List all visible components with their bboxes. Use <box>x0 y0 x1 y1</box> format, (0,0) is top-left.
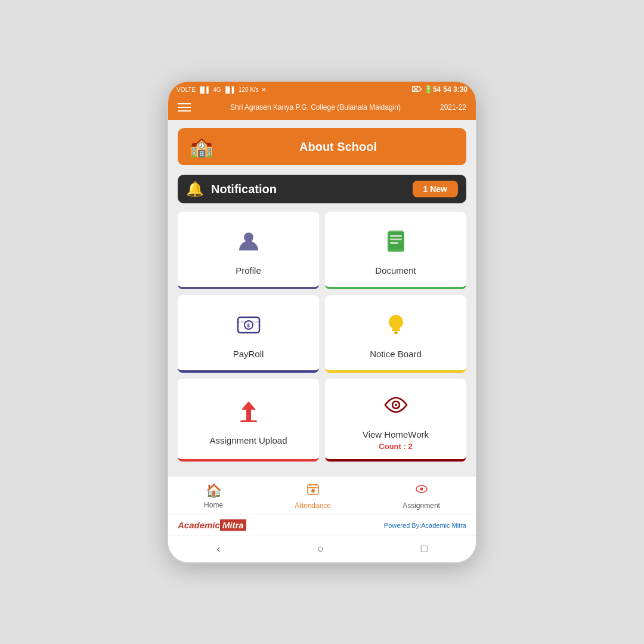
assignment-nav-icon <box>415 482 428 499</box>
profile-icon <box>236 228 262 259</box>
noticeboard-icon <box>383 311 409 343</box>
about-school-label: About School <box>222 140 454 154</box>
profile-label: Profile <box>236 265 261 275</box>
document-label: Document <box>375 265 416 275</box>
svg-rect-12 <box>240 420 257 422</box>
homework-count: Count : 2 <box>379 442 412 451</box>
view-homework-tile[interactable]: View HomeWork Count : 2 <box>325 379 466 462</box>
svg-rect-9 <box>238 321 259 323</box>
svg-rect-5 <box>389 230 403 249</box>
android-nav: ‹ ○ □ <box>168 535 476 562</box>
hamburger-menu[interactable] <box>178 103 191 112</box>
notification-label: Notification <box>211 182 413 196</box>
svg-point-14 <box>395 404 397 406</box>
svg-rect-10 <box>394 332 398 334</box>
payroll-tile[interactable]: $ PayRoll <box>178 295 319 373</box>
status-left: VOLTE ▐▌▌ 4G ▐▌▌ 120 K/s ✕ <box>177 86 266 93</box>
footer: AcademicMitra Powered By:Academic Mitra <box>168 515 476 535</box>
time-text: 54 3:30 <box>443 85 467 94</box>
svg-point-16 <box>311 489 315 493</box>
nav-year: 2021-22 <box>440 103 466 112</box>
svg-point-0 <box>244 233 253 242</box>
signal-text: VOLTE <box>177 86 196 93</box>
attendance-nav-label: Attendance <box>295 501 331 510</box>
speed-text: 120 K/s <box>239 86 259 93</box>
payroll-icon: $ <box>236 311 262 343</box>
status-bar: VOLTE ▐▌▌ 4G ▐▌▌ 120 K/s ✕ ⌦ 🔋54 54 3:30 <box>168 82 476 97</box>
x-icon: ✕ <box>261 86 266 93</box>
signal-bars2: ▐▌▌ <box>224 86 236 93</box>
attendance-icon <box>306 482 320 499</box>
school-icon: 🏫 <box>190 135 213 158</box>
top-nav: Shri Agrasen Kanya P.G. College (Bulanal… <box>168 97 476 120</box>
nav-title: Shri Agrasen Kanya P.G. College (Bulanal… <box>197 103 434 112</box>
home-nav-label: Home <box>204 501 223 509</box>
phone-frame: VOLTE ▐▌▌ 4G ▐▌▌ 120 K/s ✕ ⌦ 🔋54 54 3:30… <box>167 80 477 564</box>
main-content: 🏫 About School 🔔 Notification 1 New Prof… <box>168 120 476 476</box>
payroll-label: PayRoll <box>233 349 264 359</box>
noticeboard-tile[interactable]: Notice Board <box>325 295 466 373</box>
svg-text:$: $ <box>247 323 250 329</box>
android-home-button[interactable]: ○ <box>317 543 324 555</box>
mitra-text: Mitra <box>220 519 246 531</box>
android-back-button[interactable]: ‹ <box>216 543 220 555</box>
signal-bars: ▐▌▌ <box>198 86 210 93</box>
home-icon: 🏠 <box>206 483 222 499</box>
bottom-nav-attendance[interactable]: Attendance <box>295 482 331 510</box>
noticeboard-label: Notice Board <box>370 349 422 359</box>
svg-point-18 <box>420 488 423 491</box>
notification-badge: 1 New <box>413 181 458 197</box>
status-right: ⌦ 🔋54 54 3:30 <box>411 85 467 94</box>
document-icon <box>383 228 409 259</box>
bottom-nav: 🏠 Home Attendance Assignment <box>168 476 476 515</box>
bluetooth-icon: ⌦ <box>411 85 422 94</box>
lte-text: 4G <box>213 86 221 93</box>
menu-grid: Profile Document <box>178 212 466 462</box>
powered-by-text: Powered By:Academic Mitra <box>384 522 466 529</box>
document-tile[interactable]: Document <box>325 212 466 289</box>
profile-tile[interactable]: Profile <box>178 212 319 289</box>
bottom-nav-assignment[interactable]: Assignment <box>402 482 440 510</box>
academic-text: Academic <box>178 520 220 530</box>
assignment-upload-label: Assignment Upload <box>209 435 287 445</box>
assignment-upload-tile[interactable]: Assignment Upload <box>178 379 319 462</box>
android-recents-button[interactable]: □ <box>421 543 428 555</box>
svg-marker-11 <box>242 401 256 420</box>
homework-eye-icon <box>383 392 409 423</box>
notification-bell-icon: 🔔 <box>186 181 204 197</box>
battery-icon: 🔋54 <box>424 85 441 94</box>
about-school-button[interactable]: 🏫 About School <box>178 128 466 165</box>
upload-icon <box>236 398 262 429</box>
assignment-nav-label: Assignment <box>402 501 440 510</box>
notification-bar[interactable]: 🔔 Notification 1 New <box>178 175 466 203</box>
bottom-nav-home[interactable]: 🏠 Home <box>204 483 223 509</box>
view-homework-label: View HomeWork <box>363 429 429 439</box>
academic-mitra-logo: AcademicMitra <box>178 520 246 530</box>
